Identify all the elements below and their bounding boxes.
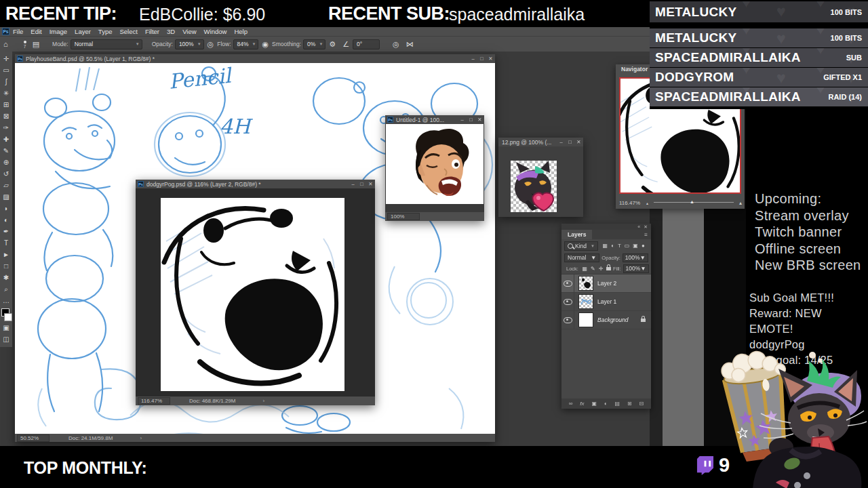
maximize-icon[interactable]: □ <box>357 181 366 187</box>
dodge-tool[interactable]: ◐ <box>0 214 12 226</box>
visibility-toggle[interactable] <box>561 311 574 329</box>
canvas-dodgyrpog[interactable] <box>161 198 344 391</box>
panel-menu-icon[interactable]: ≡ <box>644 232 648 238</box>
close-panel-icon[interactable]: ✕ <box>644 224 648 229</box>
pen-tool[interactable]: ✒ <box>0 226 12 237</box>
window-titlebar[interactable]: 12.png @ 100% (... – □ ✕ <box>498 138 583 146</box>
crop-tool[interactable]: ⊞ <box>0 99 12 110</box>
menu-item[interactable]: Image <box>50 28 67 35</box>
type-tool[interactable]: T <box>0 237 12 249</box>
canvas-12png[interactable] <box>511 161 557 212</box>
window-titlebar[interactable]: Ps dodgyrPog.psd @ 116% (Layer 2, RGB/8#… <box>136 180 375 188</box>
screen-mode-icon[interactable]: ◫ <box>0 333 12 345</box>
layer-thumbnail[interactable] <box>578 294 593 309</box>
maximize-icon[interactable]: □ <box>467 117 475 123</box>
zoom-in-icon[interactable]: ▴ <box>739 200 742 206</box>
minimize-icon[interactable]: – <box>458 117 467 123</box>
menu-item[interactable]: Window <box>204 28 227 35</box>
blend-mode-select[interactable]: Normal ▼ <box>564 253 599 262</box>
zoom-level-field[interactable]: 100% <box>387 213 420 220</box>
close-icon[interactable]: ✕ <box>486 56 495 62</box>
move-tool[interactable]: ✛ <box>0 53 12 64</box>
close-icon[interactable]: ✕ <box>475 117 484 123</box>
layer-row-background[interactable]: Background <box>561 311 651 329</box>
kind-filter-select[interactable]: Kind ▼ <box>564 241 598 251</box>
canvas-untitled1[interactable] <box>386 124 484 204</box>
window-titlebar[interactable]: Ps PlayhouseBand.psd @ 50.5% (Layer 1, R… <box>15 54 495 63</box>
gear-icon[interactable]: ⚙ <box>329 40 336 49</box>
navigator-zoom-value[interactable]: 116.47% <box>619 200 646 206</box>
layer-mask-icon[interactable]: ▣ <box>591 401 597 407</box>
lock-all-icon[interactable] <box>606 266 611 272</box>
close-icon[interactable]: ✕ <box>574 139 583 145</box>
menu-item[interactable]: Edit <box>31 28 41 35</box>
brush-panel-toggle-icon[interactable]: ▤ <box>33 40 39 49</box>
background-color-swatch[interactable] <box>4 313 12 321</box>
filter-smart-object-icon[interactable]: ▣ <box>633 243 638 249</box>
window-titlebar[interactable]: Ps Untitled-1 @ 100... – □ ✕ <box>385 115 484 124</box>
frame-tool[interactable]: ⊠ <box>0 110 12 122</box>
zoom-out-icon[interactable]: ▴ <box>646 201 648 205</box>
eyedropper-tool[interactable]: ✑ <box>0 122 12 134</box>
filter-toggle-icon[interactable]: ● <box>642 243 645 249</box>
lasso-tool[interactable]: ʃ <box>0 76 12 87</box>
lock-paint-icon[interactable]: ✎ <box>591 266 595 272</box>
healing-brush-tool[interactable]: ✚ <box>0 134 12 145</box>
tab-navigator[interactable]: Navigator <box>616 64 654 75</box>
color-swatches[interactable] <box>0 307 12 322</box>
status-chevron-icon[interactable]: › <box>262 398 264 404</box>
menu-item[interactable]: Select <box>119 28 137 35</box>
zoom-level-field[interactable]: 116.47% <box>138 397 170 405</box>
opacity-select[interactable]: 100% ▼ <box>175 39 204 49</box>
brush-preset-icon[interactable]: 7 <box>24 41 26 48</box>
pressure-size-icon[interactable]: ◎ <box>393 40 399 49</box>
delete-layer-icon[interactable]: ⊟ <box>639 401 644 407</box>
layer-group-icon[interactable]: ▤ <box>614 401 620 407</box>
navigator-zoom-slider[interactable]: ▲ <box>654 197 734 209</box>
smudge-tool[interactable]: ◗ <box>0 203 12 214</box>
menu-item[interactable]: 3D <box>167 28 175 35</box>
menu-item[interactable]: Layer <box>75 28 91 35</box>
layer-row-layer1[interactable]: Layer 1 <box>561 293 651 311</box>
maximize-icon[interactable]: □ <box>566 139 574 145</box>
filter-adjustment-icon[interactable]: ◐ <box>611 243 614 249</box>
menu-item[interactable]: Help <box>234 28 248 35</box>
filter-pixel-icon[interactable]: ▦ <box>602 243 608 249</box>
minimize-icon[interactable]: – <box>557 139 566 145</box>
shape-tool[interactable]: □ <box>0 260 12 272</box>
visibility-toggle[interactable] <box>561 274 574 292</box>
lock-move-icon[interactable]: ✛ <box>599 266 604 272</box>
history-brush-tool[interactable]: ↺ <box>0 168 12 180</box>
minimize-icon[interactable]: – <box>469 56 477 62</box>
eraser-tool[interactable]: ▱ <box>0 180 12 191</box>
fill-field[interactable]: 100% ▼ <box>623 264 649 273</box>
status-chevron-icon[interactable]: › <box>140 435 142 441</box>
minimize-icon[interactable]: – <box>349 181 357 187</box>
lock-transparency-icon[interactable]: ▦ <box>582 266 587 272</box>
menu-item[interactable]: Type <box>98 28 113 35</box>
clone-stamp-tool[interactable]: ⊕ <box>0 157 12 168</box>
more-tools[interactable]: … <box>0 295 12 306</box>
mode-select[interactable]: Normal ▼ <box>71 39 142 49</box>
menu-item[interactable]: File <box>13 28 23 35</box>
angle-field[interactable]: 0° <box>353 39 380 49</box>
maximize-icon[interactable]: □ <box>477 56 486 62</box>
adjustment-layer-icon[interactable]: ◐ <box>604 401 608 407</box>
smoothing-select[interactable]: 0% ▼ <box>303 39 326 49</box>
tab-layers[interactable]: Layers <box>561 230 592 239</box>
filter-type-icon[interactable]: T <box>618 243 621 249</box>
zoom-level-field[interactable]: 50.52% <box>17 434 50 442</box>
layer-thumbnail[interactable] <box>578 312 593 327</box>
slider-thumb-icon[interactable]: ▲ <box>690 199 694 204</box>
layer-opacity-field[interactable]: 100% ▼ <box>623 253 648 262</box>
hand-tool[interactable]: ✱ <box>0 272 12 283</box>
zoom-tool[interactable]: ⌕ <box>0 283 12 295</box>
home-icon[interactable]: ⌂ <box>3 40 8 48</box>
brush-tool[interactable]: ✎ <box>0 145 12 157</box>
quick-selection-tool[interactable]: ✳ <box>0 87 12 99</box>
path-select-tool[interactable]: ► <box>0 249 12 260</box>
airbrush-icon[interactable]: ◉ <box>262 40 269 49</box>
marquee-tool[interactable]: ▭ <box>0 64 12 76</box>
menu-item[interactable]: View <box>182 28 196 35</box>
layer-thumbnail[interactable] <box>578 276 593 291</box>
